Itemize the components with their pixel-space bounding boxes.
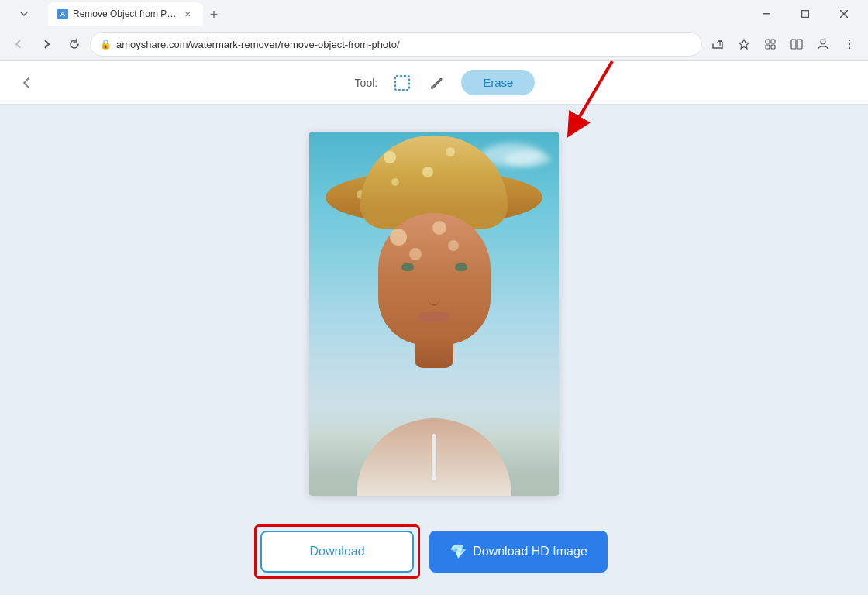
face-layer	[372, 213, 496, 353]
svg-rect-10	[797, 40, 802, 49]
star-icon[interactable]	[732, 32, 756, 57]
lips	[418, 312, 450, 322]
tab-title: Remove Object from Photo Onli...	[73, 9, 177, 19]
crown-light4	[391, 178, 399, 186]
crown-light3	[446, 147, 455, 156]
refresh-button[interactable]	[62, 32, 87, 57]
eye-left	[401, 263, 414, 271]
face-shape	[378, 213, 491, 345]
svg-rect-8	[771, 45, 775, 49]
close-button[interactable]	[826, 2, 862, 26]
face-light3	[432, 221, 446, 235]
photo-display	[309, 132, 559, 496]
download-button[interactable]: Download	[260, 531, 414, 573]
download-area: Download 💎 Download HD Image	[0, 515, 868, 595]
brush-tool[interactable]	[424, 71, 449, 95]
face-light4	[448, 240, 459, 251]
share-icon[interactable]	[705, 32, 730, 57]
crown-light2	[422, 167, 433, 177]
address-bar-row: 🔒 amoyshare.com/watermark-remover/remove…	[0, 28, 868, 60]
cloud-decor2	[505, 151, 551, 167]
app-content: Tool: Erase	[0, 61, 868, 595]
tab-close-button[interactable]: ✕	[181, 8, 194, 20]
body-layer	[356, 418, 512, 496]
svg-marker-4	[739, 40, 749, 49]
chevron-down-icon[interactable]	[6, 2, 42, 26]
maximize-button[interactable]	[787, 2, 823, 26]
profile-icon[interactable]	[811, 32, 835, 57]
face-light1	[390, 229, 407, 246]
download-hd-label: Download HD Image	[473, 545, 587, 559]
strap	[432, 434, 436, 480]
face-light2	[409, 248, 422, 260]
new-tab-button[interactable]: +	[203, 4, 225, 26]
tab-active[interactable]: A Remove Object from Photo Onli... ✕	[48, 2, 203, 26]
neck	[415, 341, 453, 368]
back-nav-button[interactable]	[16, 72, 37, 94]
svg-rect-1	[802, 11, 809, 18]
svg-rect-0	[763, 13, 770, 15]
svg-point-16	[431, 85, 434, 88]
minimize-button[interactable]	[749, 2, 784, 26]
tool-label: Tool:	[355, 77, 378, 89]
tab-bar: A Remove Object from Photo Onli... ✕ +	[48, 2, 749, 26]
menu-icon[interactable]	[837, 32, 862, 57]
back-button[interactable]	[6, 32, 31, 57]
address-bar[interactable]: 🔒 amoyshare.com/watermark-remover/remove…	[90, 32, 702, 57]
svg-point-13	[849, 43, 850, 45]
tab-favicon: A	[57, 9, 68, 19]
forward-button[interactable]	[34, 32, 59, 57]
svg-rect-5	[766, 40, 770, 43]
download-hd-button[interactable]: 💎 Download HD Image	[429, 531, 608, 573]
diamond-icon: 💎	[450, 543, 467, 560]
svg-point-12	[849, 40, 850, 41]
svg-point-14	[849, 47, 850, 49]
tool-icons	[390, 71, 449, 95]
svg-rect-9	[791, 40, 796, 49]
download-btn-wrapper: Download	[260, 531, 414, 573]
erase-button[interactable]: Erase	[461, 70, 535, 95]
nose	[428, 291, 440, 306]
svg-rect-6	[771, 40, 775, 43]
svg-point-11	[821, 40, 825, 44]
url-text: amoyshare.com/watermark-remover/remove-o…	[116, 39, 692, 50]
svg-rect-15	[395, 76, 409, 90]
eye-right	[455, 263, 467, 271]
photo-area	[0, 105, 868, 515]
rect-select-tool[interactable]	[390, 71, 415, 95]
svg-rect-7	[766, 45, 770, 49]
lock-icon: 🔒	[100, 39, 112, 50]
extension-icon[interactable]	[758, 32, 783, 57]
crown-light1	[384, 151, 396, 163]
tool-bar: Tool: Erase	[0, 61, 868, 105]
split-screen-icon[interactable]	[784, 32, 809, 57]
